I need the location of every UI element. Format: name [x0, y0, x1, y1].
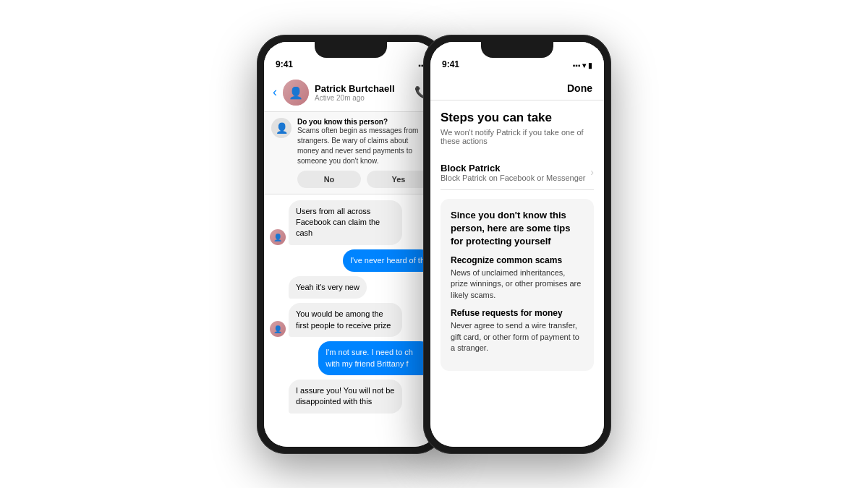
tip1-text: News of unclaimed inheritances, prize wi…	[451, 267, 584, 301]
bubble-2: I've never heard of th	[343, 249, 432, 272]
chevron-icon: ›	[590, 166, 594, 178]
msg-text-3: Yeah it's very new	[296, 283, 359, 291]
block-patrick-row[interactable]: Block Patrick Block Patrick on Facebook …	[441, 155, 594, 190]
done-button[interactable]: Done	[567, 82, 592, 94]
message-row-5: I'm not sure. I need to ch with my frien…	[270, 341, 432, 375]
message-row-1: Users from all across Facebook can claim…	[270, 200, 432, 245]
warning-content: Do you know this person? Scams often beg…	[297, 118, 430, 188]
tip2-text: Never agree to send a wire transfer, gif…	[451, 320, 584, 354]
tips-card-title: Since you don't know this person, here a…	[451, 209, 584, 249]
message-row-3: Yeah it's very new	[270, 276, 432, 299]
tip-item-1: Recognize common scams News of unclaimed…	[451, 255, 584, 301]
safety-screen: Done Steps you can take We won't notify …	[430, 74, 604, 447]
message-row-6: I assure you! You will not be disappoint…	[270, 380, 432, 414]
time-right: 9:41	[442, 59, 459, 69]
time-left: 9:41	[276, 59, 293, 69]
steps-title: Steps you can take	[441, 111, 594, 125]
no-button[interactable]: No	[297, 171, 361, 188]
tip2-title: Refuse requests for money	[451, 308, 584, 318]
msg-avatar-1	[270, 229, 286, 245]
phone-right: 9:41 ▪▪▪ ▾ ▮ Done Steps you can take We …	[423, 35, 611, 454]
back-button[interactable]: ‹	[273, 85, 277, 100]
screen-left: 9:41 ▪▪▪ ‹ Patrick Burtchaell Active 20m…	[264, 42, 438, 447]
warning-text: Scams often begin as messages from stran…	[297, 126, 430, 166]
tips-card: Since you don't know this person, here a…	[441, 199, 594, 372]
bubble-6: I assure you! You will not be disappoint…	[289, 380, 402, 414]
contact-info: Patrick Burtchaell Active 20m ago	[315, 83, 409, 102]
contact-name: Patrick Burtchaell	[315, 83, 409, 94]
warning-banner: 👤 Do you know this person? Scams often b…	[264, 112, 438, 194]
bubble-1: Users from all across Facebook can claim…	[289, 200, 402, 245]
yes-button[interactable]: Yes	[367, 171, 430, 188]
msg-text-2: I've never heard of th	[350, 256, 425, 265]
message-row-2: I've never heard of th	[270, 249, 432, 272]
chat-area: Users from all across Facebook can claim…	[264, 194, 438, 447]
bubble-3: Yeah it's very new	[289, 276, 367, 299]
msg-text-6: I assure you! You will not be disappoint…	[296, 386, 394, 406]
msg-text-4: You would be among the first people to r…	[296, 309, 391, 329]
status-icons-right: ▪▪▪ ▾ ▮	[573, 61, 592, 69]
safety-content: Steps you can take We won't notify Patri…	[430, 100, 604, 447]
avatar	[283, 80, 309, 106]
warning-title: Do you know this person?	[297, 118, 430, 126]
safety-header: Done	[430, 74, 604, 100]
block-title: Block Patrick	[441, 163, 586, 174]
notch-right	[481, 42, 553, 58]
block-subtitle: Block Patrick on Facebook or Messenger	[441, 174, 586, 182]
msg-avatar-4	[270, 321, 286, 337]
message-row-4: You would be among the first people to r…	[270, 303, 432, 337]
bubble-4: You would be among the first people to r…	[289, 303, 402, 337]
contact-status: Active 20m ago	[315, 94, 409, 102]
warning-icon: 👤	[271, 118, 292, 138]
scene: 9:41 ▪▪▪ ‹ Patrick Burtchaell Active 20m…	[0, 0, 868, 488]
phone-left: 9:41 ▪▪▪ ‹ Patrick Burtchaell Active 20m…	[257, 35, 445, 454]
steps-subtitle: We won't notify Patrick if you take one …	[441, 128, 594, 145]
tip-item-2: Refuse requests for money Never agree to…	[451, 308, 584, 354]
tip1-title: Recognize common scams	[451, 255, 584, 265]
signal-icon-right: ▪▪▪ ▾ ▮	[573, 61, 592, 69]
warning-buttons: No Yes	[297, 171, 430, 188]
msg-text-1: Users from all across Facebook can claim…	[296, 207, 380, 238]
messenger-header: ‹ Patrick Burtchaell Active 20m ago 📞	[264, 74, 438, 112]
notch-left	[315, 42, 387, 58]
msg-text-5: I'm not sure. I need to ch with my frien…	[326, 348, 413, 367]
screen-right: 9:41 ▪▪▪ ▾ ▮ Done Steps you can take We …	[430, 42, 604, 447]
block-info: Block Patrick Block Patrick on Facebook …	[441, 163, 586, 182]
avatar-image	[283, 80, 309, 106]
bubble-5: I'm not sure. I need to ch with my frien…	[318, 341, 432, 375]
